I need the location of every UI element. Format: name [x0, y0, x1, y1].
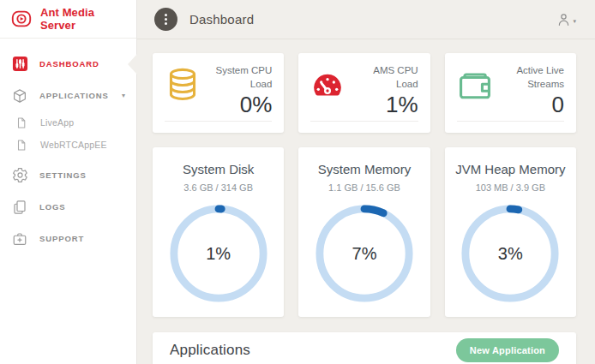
card-divider — [457, 121, 564, 133]
sidebar-item-logs[interactable]: LOGS — [0, 191, 136, 223]
dashboard-sliders-icon — [11, 56, 28, 72]
sidebar: Ant Media Server DASHBOARD — [0, 0, 137, 364]
stat-label: System CPU Load — [201, 64, 272, 91]
usage-donut-chart: 1% — [168, 203, 269, 304]
ant-media-logo-icon — [10, 9, 33, 29]
applications-panel: Applications New Application — [153, 332, 576, 364]
usage-donut-chart: 7% — [314, 203, 415, 304]
wallet-icon — [457, 64, 494, 121]
gauge-card-system-disk: System Disk 3.6 GB / 314 GB 1% — [153, 147, 284, 317]
sidebar-item-liveapp[interactable]: LiveApp — [0, 111, 136, 134]
stat-label: AMS CPU Load — [350, 64, 418, 91]
sidebar-item-label: SETTINGS — [39, 170, 87, 180]
support-kit-icon — [11, 231, 28, 247]
stat-value: 1% — [386, 92, 418, 118]
gauges-row: System Disk 3.6 GB / 314 GB 1% System Me… — [153, 147, 576, 317]
sidebar-item-label: SUPPORT — [39, 234, 84, 243]
stat-card-active-live-streams: Active Live Streams 0 — [445, 53, 576, 133]
page-title: Dashboard — [189, 12, 254, 27]
gauge-usage: 3.6 GB / 314 GB — [153, 182, 284, 193]
applications-cube-icon — [11, 88, 28, 104]
user-icon — [556, 11, 572, 28]
stat-label: Active Live Streams — [494, 64, 564, 91]
sidebar-nav: DASHBOARD APPLICATIONS ▾ LiveApp — [0, 39, 136, 254]
gauge-card-jvm-heap-memory: JVM Heap Memory 103 MB / 3.9 GB 3% — [445, 147, 576, 317]
gauge-title: System Memory — [298, 162, 430, 176]
gauge-percent-label: 7% — [314, 203, 415, 304]
gauge-title: JVM Heap Memory — [445, 162, 576, 176]
dashboard-content: System CPU Load 0% — [137, 39, 595, 364]
sidebar-item-support[interactable]: SUPPORT — [0, 223, 136, 254]
stat-value: 0% — [240, 92, 273, 118]
card-divider — [165, 121, 272, 133]
top-header: Dashboard ▾ — [137, 0, 595, 39]
sidebar-item-applications[interactable]: APPLICATIONS ▾ — [0, 80, 136, 111]
card-divider — [310, 121, 418, 133]
sidebar-item-settings[interactable]: SETTINGS — [0, 159, 136, 191]
logo-text: Ant Media Server — [40, 6, 126, 32]
chevron-down-icon: ▾ — [122, 92, 125, 99]
usage-donut-chart: 3% — [460, 203, 561, 304]
gauge-title: System Disk — [153, 162, 284, 176]
sidebar-item-label: WebRTCAppEE — [40, 140, 107, 150]
gauge-usage: 103 MB / 3.9 GB — [445, 182, 576, 193]
database-icon — [165, 64, 201, 121]
gauge-usage: 1.1 GB / 15.6 GB — [298, 182, 430, 193]
gauge-icon — [310, 64, 349, 121]
sidebar-item-dashboard[interactable]: DASHBOARD — [0, 48, 136, 80]
sidebar-item-label: DASHBOARD — [39, 59, 99, 69]
new-application-button[interactable]: New Application — [456, 338, 559, 362]
main-area: Dashboard ▾ — [137, 0, 595, 364]
applications-title: Applications — [170, 342, 250, 359]
user-menu[interactable]: ▾ — [556, 11, 576, 28]
stat-card-system-cpu-load: System CPU Load 0% — [153, 53, 284, 133]
gear-icon — [11, 167, 28, 183]
sidebar-item-label: LOGS — [39, 202, 66, 212]
sidebar-item-label: LiveApp — [40, 117, 74, 128]
sidebar-item-webrtcappee[interactable]: WebRTCAppEE — [0, 134, 136, 156]
kebab-menu-icon[interactable] — [154, 8, 177, 31]
logs-pages-icon — [11, 200, 28, 215]
gauge-card-system-memory: System Memory 1.1 GB / 15.6 GB 7% — [298, 147, 430, 317]
stats-row: System CPU Load 0% — [153, 53, 576, 133]
stat-card-ams-cpu-load: AMS CPU Load 1% — [298, 53, 430, 133]
document-icon — [14, 116, 28, 129]
chevron-down-icon: ▾ — [573, 18, 576, 25]
gauge-percent-label: 1% — [168, 203, 269, 304]
gauge-percent-label: 3% — [460, 203, 561, 304]
logo[interactable]: Ant Media Server — [0, 0, 136, 39]
document-icon — [14, 139, 28, 152]
sidebar-item-label: APPLICATIONS — [39, 91, 109, 100]
stat-value: 0 — [552, 92, 564, 118]
